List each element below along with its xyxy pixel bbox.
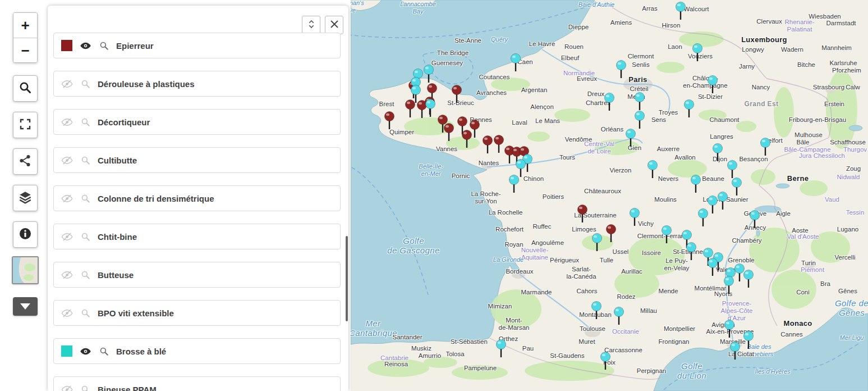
- map-label: Golfe de Gascogne: [387, 236, 440, 256]
- more-controls-button[interactable]: [13, 297, 38, 316]
- map-marker-cyan[interactable]: [599, 351, 612, 375]
- map-marker-cyan[interactable]: [706, 257, 719, 281]
- panel-resize-button[interactable]: [302, 16, 320, 34]
- map-marker-cyan[interactable]: [723, 319, 736, 343]
- eye-off-icon[interactable]: [61, 231, 73, 243]
- map-marker-cyan[interactable]: [646, 160, 659, 183]
- zoom-out-button[interactable]: −: [13, 38, 37, 63]
- map-label: Bâle: [796, 139, 809, 146]
- map-marker-cyan[interactable]: [624, 128, 637, 152]
- map-label: Le Mans: [535, 117, 560, 125]
- map-marker-cyan[interactable]: [674, 1, 687, 25]
- map-marker-cyan[interactable]: [590, 301, 603, 324]
- map-marker-red[interactable]: [461, 129, 473, 153]
- map-marker-cyan[interactable]: [731, 177, 743, 201]
- map-viewport[interactable]: Deadman's CoveLannacombe BayBaie d'Authi…: [351, 0, 868, 391]
- map-marker-cyan[interactable]: [613, 306, 625, 330]
- eye-off-icon[interactable]: [61, 154, 73, 166]
- zoom-to-layer-icon[interactable]: [99, 40, 109, 51]
- share-button[interactable]: [13, 148, 38, 175]
- map-label: Thurgov: [843, 146, 867, 153]
- map-marker-cyan[interactable]: [706, 75, 719, 98]
- map-marker-cyan[interactable]: [759, 137, 771, 161]
- map-marker-cyan[interactable]: [711, 143, 724, 166]
- layer-row[interactable]: Epierreur: [53, 33, 341, 58]
- map-marker-cyan[interactable]: [509, 53, 522, 76]
- map-label: Mimizan: [488, 303, 512, 310]
- minimap-toggle[interactable]: [12, 256, 39, 284]
- layer-row[interactable]: Dérouleuse à plastiques: [53, 71, 341, 97]
- map-label: Nidwald: [837, 174, 860, 181]
- search-button[interactable]: [13, 75, 38, 102]
- zoom-to-layer-icon[interactable]: [99, 346, 109, 356]
- close-icon: [330, 20, 339, 31]
- zoom-to-layer-icon[interactable]: [80, 384, 90, 391]
- layers-button[interactable]: [13, 185, 38, 211]
- layer-row[interactable]: Chtit-bine: [53, 224, 341, 249]
- map-marker-red[interactable]: [451, 84, 463, 108]
- layer-label: Butteuse: [98, 270, 134, 280]
- zoom-to-layer-icon[interactable]: [80, 231, 90, 242]
- map-marker-cyan[interactable]: [591, 233, 603, 256]
- map-marker-cyan[interactable]: [628, 207, 641, 231]
- eye-off-icon[interactable]: [61, 78, 73, 90]
- map-marker-cyan[interactable]: [495, 339, 507, 362]
- info-button[interactable]: [13, 221, 38, 248]
- map-marker-red[interactable]: [605, 224, 617, 247]
- map-marker-cyan[interactable]: [697, 208, 709, 231]
- panel-scrollbar[interactable]: [346, 236, 348, 321]
- map-marker-cyan[interactable]: [729, 341, 741, 365]
- eye-off-icon[interactable]: [61, 193, 73, 204]
- map-marker-red[interactable]: [576, 204, 589, 228]
- eye-icon[interactable]: [80, 40, 91, 52]
- fullscreen-button[interactable]: [13, 112, 38, 138]
- map-marker-cyan[interactable]: [424, 98, 437, 122]
- map-marker-cyan[interactable]: [685, 242, 697, 265]
- map-marker-cyan[interactable]: [422, 64, 435, 88]
- zoom-to-layer-icon[interactable]: [80, 270, 90, 280]
- layer-row[interactable]: BPO viti extensible: [53, 300, 341, 326]
- panel-close-button[interactable]: [325, 16, 343, 34]
- map-marker-cyan[interactable]: [691, 43, 704, 66]
- layer-row[interactable]: Butteuse: [53, 262, 341, 288]
- layer-row[interactable]: Cultibutte: [53, 147, 341, 173]
- layer-row[interactable]: Bineuse PPAM: [53, 376, 341, 391]
- map-marker-cyan[interactable]: [615, 60, 627, 83]
- zoom-to-layer-icon[interactable]: [80, 155, 90, 165]
- eye-off-icon[interactable]: [61, 384, 73, 391]
- map-label: Quéry: [491, 36, 508, 43]
- map-label: Poitiers: [543, 193, 564, 201]
- layer-label: Brosse à blé: [116, 347, 166, 356]
- map-label: Jura Chessiloch: [799, 152, 845, 160]
- map-marker-cyan[interactable]: [748, 210, 761, 233]
- layer-row[interactable]: Brosse à blé: [53, 338, 341, 364]
- map-marker-red[interactable]: [481, 135, 494, 158]
- map-marker-cyan[interactable]: [603, 92, 616, 116]
- map-label: Luxembourg: [741, 36, 787, 44]
- map-marker-red[interactable]: [443, 122, 455, 146]
- eye-icon[interactable]: [80, 345, 91, 357]
- map-label: Karlsruhe: [829, 60, 857, 67]
- eye-off-icon[interactable]: [61, 116, 73, 128]
- map-marker-cyan[interactable]: [690, 174, 702, 198]
- map-marker-cyan[interactable]: [508, 174, 520, 198]
- map-marker-cyan[interactable]: [660, 225, 673, 248]
- layer-row[interactable]: Colonne de tri densimétrique: [53, 185, 341, 211]
- zoom-in-button[interactable]: +: [13, 13, 37, 38]
- zoom-to-layer-icon[interactable]: [80, 117, 90, 127]
- map-marker-cyan[interactable]: [742, 269, 755, 293]
- map-marker-cyan[interactable]: [683, 99, 695, 122]
- map-marker-cyan[interactable]: [410, 84, 422, 108]
- map-label: Argentan: [521, 87, 548, 94]
- layer-row[interactable]: Décortiqueur: [53, 109, 341, 135]
- zoom-to-layer-icon[interactable]: [80, 308, 90, 318]
- eye-off-icon[interactable]: [61, 269, 73, 281]
- map-label: Turin: [801, 260, 816, 267]
- eye-off-icon[interactable]: [61, 307, 73, 319]
- zoom-to-layer-icon[interactable]: [80, 79, 90, 89]
- map-marker-red[interactable]: [383, 111, 396, 134]
- map-label: Cannes: [780, 331, 803, 338]
- map-marker-cyan[interactable]: [742, 330, 755, 354]
- map-marker-cyan[interactable]: [723, 275, 735, 299]
- zoom-to-layer-icon[interactable]: [80, 193, 90, 203]
